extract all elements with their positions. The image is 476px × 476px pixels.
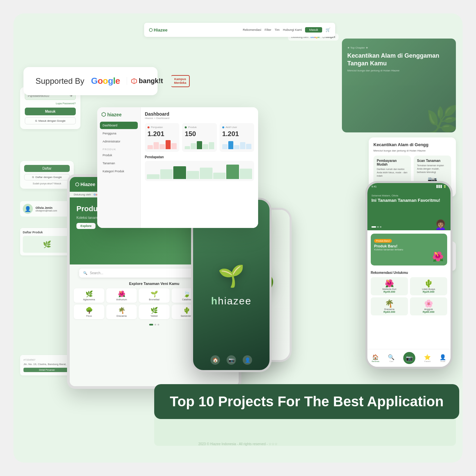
card-label-text-1: Penjualan — [151, 126, 163, 129]
nav-cart[interactable]: 🛒 — [325, 27, 331, 32]
app-plant-2[interactable]: 🌴 Dracaena Rp60.000 — [371, 297, 408, 315]
tablet-logo: ⬡ Hiazee — [75, 182, 95, 187]
card-label-text-2: Produk — [188, 126, 196, 129]
app-plant-name-1: Lidah Buaya — [412, 288, 445, 290]
profile-label: Profil — [439, 360, 446, 362]
dash-nav-admin[interactable]: Administrator — [100, 138, 138, 145]
plant-emoji-2: 🌱 — [141, 290, 167, 298]
app-plant-price-0: Rp45.000 — [373, 290, 406, 293]
dash-nav-tanaman[interactable]: Tanaman — [100, 160, 138, 167]
bar-g1 — [185, 146, 190, 149]
dash-card-label-2: Produk — [185, 126, 214, 129]
plant-name-6: Dracaena — [108, 315, 135, 317]
splash-plant-icon: 🌱 — [218, 263, 245, 289]
plant-emoji-0: 🌿 — [76, 290, 102, 298]
carousel-dots — [371, 226, 381, 228]
avatar-icon: 👤 — [23, 204, 33, 214]
have-account-label: Sudah punya akun? Masuk — [24, 182, 70, 185]
feature-panel-sub: Menciut bunga dan jantung di Hutan Hiaze… — [373, 149, 451, 152]
dash-card-value-3: 1.201 — [222, 130, 251, 138]
bar-g4 — [203, 144, 208, 149]
plant-item-7[interactable]: 🌿 Yabber — [139, 305, 169, 319]
carousel-dot-1 — [377, 226, 379, 228]
supported-prefix: Supported By — [36, 76, 84, 86]
plant-emoji-7: 🌿 — [141, 307, 167, 314]
login-btn-bg[interactable]: Masuk — [25, 108, 76, 115]
plant-item-2[interactable]: 🌱 Bromellad — [139, 288, 169, 303]
app-plant-price-2: Rp60.000 — [373, 310, 406, 313]
bottom-nav-fav[interactable]: ⭐ Favorit — [424, 354, 431, 362]
nav-item-3: Tim — [275, 28, 280, 32]
hero-subtitle-bg: Menciut bunga dan jantung di Hutan Hiaze… — [347, 69, 451, 72]
bangkit-icon — [131, 78, 137, 84]
nav-item-1: Rekomendasi — [243, 28, 261, 32]
mini-chart-3 — [222, 139, 251, 149]
dash-card-penjualan: Penjualan 1.201 — [145, 123, 179, 152]
app-plant-3[interactable]: 🌸 Anggrek Rp80.000 — [410, 297, 447, 315]
google-register-btn[interactable]: G Daftar dengan Google — [24, 174, 70, 180]
dashboard-main: Dashboard Hiazee > Dashboard Penjualan 1… — [141, 107, 258, 228]
top-nav-bg: ⬡ Hiazee Rekomendasi Filter Tim Hubungi … — [144, 23, 335, 37]
app-plant-0[interactable]: 🌺 Mahkota Duri Rp45.000 — [371, 277, 408, 295]
hero-btn-1[interactable]: Explore — [76, 223, 96, 229]
bottom-nav-camera[interactable]: 📷 — [403, 352, 415, 364]
app-plant-1[interactable]: 🌵 Lidah Buaya Rp25.000 — [410, 277, 447, 295]
bar-b2 — [228, 141, 234, 149]
dash-stat-cards: Penjualan 1.201 Produk — [145, 123, 254, 152]
promo-badge: Produk Baru! — [374, 239, 392, 243]
hiazee-accent: h — [211, 295, 218, 306]
splash-app-name: hhiazee — [211, 295, 252, 307]
dash-nav-dashboard[interactable]: Dashboard — [100, 122, 138, 129]
app-plant-emoji-0: 🌺 — [373, 279, 406, 288]
profile-fragment: 👤 Olivia Jenin oliviajenn@mail.com — [20, 201, 74, 217]
dot-3 — [158, 324, 159, 325]
plant-item-6[interactable]: 🌴 Dracaena — [106, 305, 137, 319]
plant-item-0[interactable]: 🌿 Aglaonema — [74, 288, 104, 303]
bar-b4 — [240, 142, 245, 149]
google-register-label: Daftar dengan Google — [36, 176, 62, 179]
daftar-produk-fragment: Daftar Produk 🌿 — [20, 228, 74, 255]
forgot-password-link[interactable]: Lupa Password? — [25, 102, 76, 105]
dashboard-popup: ⬡ hiazee Dashboard Pengguna Administrato… — [97, 107, 258, 228]
order-detail-btn[interactable]: Detail Pesanan — [23, 368, 70, 372]
dash-nav-users[interactable]: Pengguna — [100, 130, 138, 137]
camera-center-btn[interactable]: 📷 — [403, 352, 415, 364]
profile-row: 👤 Olivia Jenin oliviajenn@mail.com — [23, 204, 71, 214]
bar-g5 — [209, 142, 214, 149]
chart-col-7 — [226, 165, 239, 179]
dash-nav-kategori[interactable]: Kategori Produk — [100, 168, 138, 175]
google-login-btn[interactable]: G Masuk dengan Google — [25, 117, 76, 124]
dash-card-produk: Produk 150 — [182, 123, 217, 152]
app-plant-price-3: Rp80.000 — [412, 310, 445, 313]
chart-col-5 — [200, 168, 213, 179]
bottom-nav-home[interactable]: 🏠 Beranda — [372, 354, 379, 362]
app-plant-price-1: Rp25.000 — [412, 290, 445, 293]
plant-item-1[interactable]: 🌺 Anthurium — [106, 288, 137, 303]
dash-title: Dashboard — [145, 111, 254, 117]
nav-login-btn[interactable]: Masuk — [305, 27, 322, 33]
plant-name-1: Anthurium — [108, 298, 135, 301]
dash-nav-produk[interactable]: Produk — [100, 152, 138, 159]
bottom-nav-scan[interactable]: 🔍 Cari — [388, 354, 395, 362]
order-fragment: #7234567 Jln. No. 19, Cisetra, Bandung B… — [20, 355, 74, 375]
carousel-dot-2 — [380, 226, 381, 228]
bangkit-logo: bangk!t — [127, 77, 163, 85]
google-logo: Google — [91, 76, 120, 86]
bar-b5 — [246, 144, 251, 150]
register-btn[interactable]: Daftar — [24, 165, 70, 172]
app-green-header: Selamat Malam, Olivia Ini Tanaman Tanama… — [367, 190, 451, 230]
dash-card-user: Aktif User 1.201 — [220, 123, 254, 152]
green-hero-bg: ★ Top Chapter ★ Kecantikan Alam di Gengg… — [342, 39, 456, 132]
feature-panel-title: Kecantikan Alam di Gengg — [373, 142, 451, 147]
plant-item-5[interactable]: 🌳 Ficus — [74, 305, 104, 319]
home-icon-app: 🏠 — [372, 354, 379, 360]
app-bottom-nav: 🏠 Beranda 🔍 Cari 📷 ⭐ Favorit 👤 Profil — [367, 349, 451, 367]
google-g-icon: G — [35, 119, 37, 122]
hero-badge-text: ★ Top Chapter ★ — [347, 46, 368, 49]
app-logo-container: 🌱 hhiazee — [211, 263, 252, 307]
bottom-nav-profile[interactable]: 👤 Profil — [439, 354, 446, 362]
plant-name-2: Bromellad — [141, 298, 167, 301]
profile-email: oliviajenn@mail.com — [36, 210, 57, 212]
plant-name-5: Ficus — [76, 315, 102, 317]
promo-card-title: Produk Baru! — [374, 244, 444, 248]
